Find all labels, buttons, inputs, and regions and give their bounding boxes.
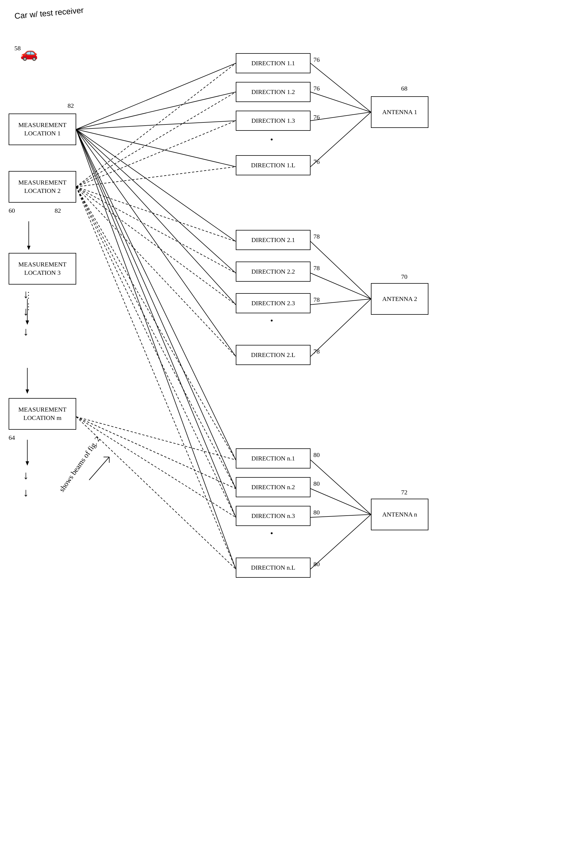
ref-78-2: 78	[313, 264, 320, 272]
svg-line-12	[76, 63, 236, 187]
ref-80-l: 80	[313, 561, 320, 568]
car-icon: 🚗	[20, 44, 38, 61]
svg-line-1	[76, 92, 236, 129]
ref-80-3: 80	[313, 509, 320, 516]
down-arrow-1: ↓	[23, 288, 29, 301]
antenna-2-box: ANTENNA 2	[371, 283, 428, 315]
svg-line-29	[310, 92, 371, 112]
ref-68: 68	[401, 85, 408, 92]
svg-line-24	[76, 417, 236, 460]
ref-80-2: 80	[313, 480, 320, 487]
handwriting-car-label: Car w/ test receiver	[14, 6, 84, 21]
down-arrow-3: ↓	[23, 325, 29, 338]
svg-line-13	[76, 92, 236, 187]
antenna-n-box: ANTENNA n	[371, 499, 428, 530]
diagonal-arrow	[86, 454, 115, 483]
svg-line-16	[76, 187, 236, 241]
svg-line-33	[310, 273, 371, 299]
svg-line-20	[76, 187, 236, 460]
svg-line-18	[76, 187, 236, 305]
svg-line-6	[76, 129, 236, 305]
measurement-location-3-box: MEASUREMENTLOCATION 3	[9, 253, 76, 285]
groupn-dots: •	[270, 529, 273, 538]
ref-60: 60	[9, 207, 15, 214]
svg-marker-43	[26, 320, 29, 325]
ref-78-1: 78	[313, 233, 320, 240]
svg-line-3	[76, 129, 236, 167]
antenna-1-box: ANTENNA 1	[371, 96, 428, 128]
direction-1-l-box: DIRECTION 1.L	[236, 155, 310, 175]
direction-2-2-box: DIRECTION 2.2	[236, 261, 310, 282]
svg-line-0	[76, 63, 236, 129]
ref-72: 72	[401, 489, 408, 496]
svg-marker-45	[26, 390, 29, 394]
direction-n-1-box: DIRECTION n.1	[236, 448, 310, 468]
svg-line-11	[76, 129, 236, 569]
direction-1-3-box: DIRECTION 1.3	[236, 111, 310, 131]
group2-dots: •	[270, 316, 273, 325]
svg-line-7	[76, 129, 236, 356]
down-arrow-5: ↓	[23, 486, 29, 499]
ref-82-mid: 82	[55, 207, 61, 214]
direction-n-3-box: DIRECTION n.3	[236, 506, 310, 526]
down-arrow-4: ↓	[23, 468, 29, 482]
ref-76-3: 76	[313, 114, 320, 121]
measurement-location-2-box: MEASUREMENTLOCATION 2	[9, 171, 76, 203]
svg-line-2	[76, 121, 236, 129]
ref-70: 70	[401, 273, 408, 280]
svg-line-15	[76, 167, 236, 187]
measurement-location-1-box: MEASUREMENTLOCATION 1	[9, 114, 76, 145]
svg-line-21	[76, 187, 236, 489]
direction-n-l-box: DIRECTION n.L	[236, 558, 310, 578]
svg-marker-41	[27, 246, 31, 250]
direction-2-1-box: DIRECTION 2.1	[236, 230, 310, 250]
svg-line-8	[76, 129, 236, 460]
svg-line-9	[76, 129, 236, 489]
ref-80-1: 80	[313, 451, 320, 459]
ref-78-l: 78	[313, 348, 320, 355]
direction-2-l-box: DIRECTION 2.L	[236, 345, 310, 365]
svg-line-19	[76, 187, 236, 356]
svg-line-48	[89, 457, 109, 480]
ref-78-3: 78	[313, 296, 320, 304]
direction-1-2-box: DIRECTION 1.2	[236, 82, 310, 102]
svg-line-5	[76, 129, 236, 273]
ref-58: 58	[14, 44, 21, 52]
svg-line-23	[76, 187, 236, 569]
svg-line-4	[76, 129, 236, 241]
ref-76-2: 76	[313, 85, 320, 92]
ref-76-1: 76	[313, 56, 320, 63]
direction-n-2-box: DIRECTION n.2	[236, 477, 310, 497]
direction-2-3-box: DIRECTION 2.3	[236, 293, 310, 313]
svg-line-14	[76, 121, 236, 187]
down-arrow-2: ↓	[23, 305, 29, 318]
group1-dots: •	[270, 135, 273, 144]
ref-64: 64	[9, 434, 15, 441]
ref-82-top: 82	[68, 102, 74, 109]
svg-marker-47	[26, 461, 29, 466]
measurement-location-m-box: MEASUREMENTLOCATION m	[9, 398, 76, 430]
ref-76-l: 76	[313, 158, 320, 165]
svg-line-17	[76, 187, 236, 273]
direction-1-1-box: DIRECTION 1.1	[236, 53, 310, 73]
